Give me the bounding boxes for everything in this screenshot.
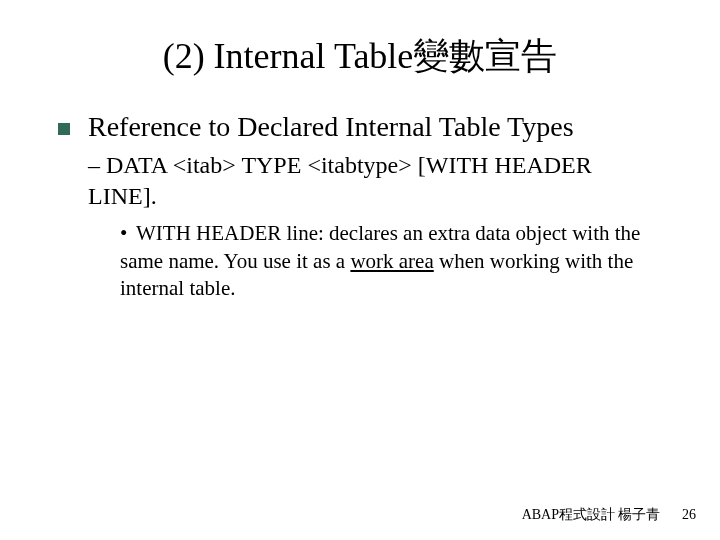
slide: (2) Internal Table變數宣告 Reference to Decl… xyxy=(0,0,720,540)
square-bullet-icon xyxy=(58,123,70,135)
bullet1-text: Reference to Declared Internal Table Typ… xyxy=(88,109,574,144)
footer-text: ABAP程式設計 楊子青 xyxy=(522,507,661,522)
slide-title: (2) Internal Table變數宣告 xyxy=(0,0,720,91)
bullet-level3: • WITH HEADER line: declares an extra da… xyxy=(120,220,662,302)
syntax-text: DATA <itab> TYPE <itabtype> [WITH HEADER… xyxy=(88,152,592,209)
slide-body: Reference to Declared Internal Table Typ… xyxy=(0,91,720,302)
dot-bullet-icon: • xyxy=(120,220,136,247)
bullet-level1: Reference to Declared Internal Table Typ… xyxy=(58,109,662,144)
dash-bullet-icon: – xyxy=(88,150,106,181)
footer: ABAP程式設計 楊子青 26 xyxy=(522,506,696,524)
bullet-level2: – DATA <itab> TYPE <itabtype> [WITH HEAD… xyxy=(88,150,662,212)
sub-underlined: work area xyxy=(350,249,433,273)
page-number: 26 xyxy=(682,507,696,523)
